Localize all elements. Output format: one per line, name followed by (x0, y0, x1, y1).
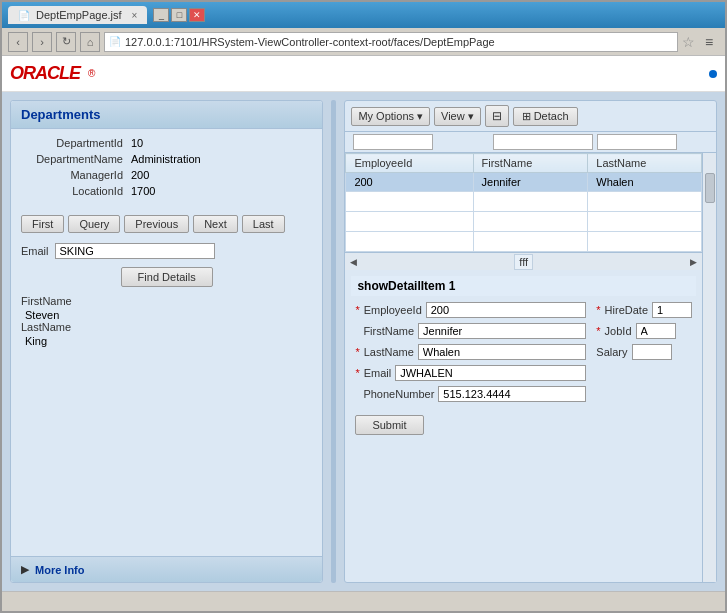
last-button[interactable]: Last (242, 215, 285, 233)
bookmark-star[interactable]: ☆ (682, 34, 695, 50)
right-scrollbar[interactable] (702, 153, 716, 582)
emp-id-detail-row: * EmployeeId (355, 302, 586, 318)
tab-close-button[interactable]: × (132, 10, 138, 21)
browser-tab[interactable]: 📄 DeptEmpPage.jsf × (8, 6, 147, 24)
firstname-detail-row: FirstName (355, 323, 586, 339)
dept-id-label: DepartmentId (21, 137, 131, 149)
job-id-detail-row: * JobId (596, 323, 692, 339)
home-button[interactable]: ⌂ (80, 32, 100, 52)
table-header-row: EmployeeId FirstName LastName (346, 154, 702, 173)
firstname-result-label: FirstName (21, 295, 312, 307)
scroll-thumb-label: fff (514, 254, 533, 270)
scrollbar-thumb[interactable] (705, 173, 715, 203)
browser-window: 📄 DeptEmpPage.jsf × _ □ ✕ ‹ › ↻ ⌂ 📄 127.… (0, 0, 727, 613)
hire-date-detail-input[interactable] (652, 302, 692, 318)
email-detail-label: Email (364, 367, 392, 379)
refresh-button[interactable]: ↻ (56, 32, 76, 52)
cell-first-name: Jennifer (473, 173, 588, 192)
lastname-detail-input[interactable] (418, 344, 587, 360)
close-button[interactable]: ✕ (189, 8, 205, 22)
table-toolbar: My Options ▾ View ▾ ⊟ ⊞ Detach (345, 101, 716, 132)
dept-name-label: DepartmentName (21, 153, 131, 165)
detail-header: showDetailItem 1 (351, 276, 696, 296)
resize-handle[interactable] (331, 100, 336, 583)
scroll-right-icon[interactable]: ▶ (687, 256, 700, 268)
address-text: 127.0.0.1:7101/HRSystem-ViewController-c… (125, 36, 673, 48)
filter-input-2[interactable] (493, 134, 593, 150)
location-id-row: LocationId 1700 (21, 185, 312, 197)
tab-icon: 📄 (18, 10, 30, 21)
nav-bar: ‹ › ↻ ⌂ 📄 127.0.0.1:7101/HRSystem-ViewCo… (2, 28, 725, 56)
filter-input-3[interactable] (597, 134, 677, 150)
email-detail-row: * Email (355, 365, 586, 381)
first-button[interactable]: First (21, 215, 64, 233)
salary-detail-input[interactable] (632, 344, 672, 360)
my-options-label: My Options (358, 110, 414, 122)
dept-name-value: Administration (131, 153, 201, 165)
my-options-dropdown[interactable]: My Options ▾ (351, 107, 430, 126)
email-row: Email (11, 239, 322, 263)
email-detail-input[interactable] (395, 365, 586, 381)
detail-form: * EmployeeId FirstName * (351, 302, 696, 407)
filter-input-1[interactable] (353, 134, 433, 150)
detail-left-col: * EmployeeId FirstName * (355, 302, 586, 407)
phone-detail-label: PhoneNumber (355, 388, 434, 400)
firstname-detail-input[interactable] (418, 323, 586, 339)
table-row[interactable]: 200 Jennifer Whalen (346, 173, 702, 192)
firstname-detail-label: FirstName (355, 325, 414, 337)
phone-detail-input[interactable] (438, 386, 586, 402)
employees-table-wrapper: EmployeeId FirstName LastName 200 Jennif… (345, 153, 702, 252)
dept-id-row: DepartmentId 10 (21, 137, 312, 149)
maximize-button[interactable]: □ (171, 8, 187, 22)
detach-label: Detach (534, 110, 569, 122)
forward-button[interactable]: › (32, 32, 52, 52)
minimize-button[interactable]: _ (153, 8, 169, 22)
query-button[interactable]: Query (68, 215, 120, 233)
col-last-name: LastName (588, 154, 702, 173)
more-info-arrow-icon: ▶ (21, 563, 29, 576)
right-panel-main: EmployeeId FirstName LastName 200 Jennif… (345, 153, 716, 582)
email-required-icon: * (355, 367, 359, 379)
oracle-registered: ® (88, 68, 95, 79)
address-bar[interactable]: 📄 127.0.0.1:7101/HRSystem-ViewController… (104, 32, 678, 52)
filter-row (345, 132, 716, 153)
job-id-detail-label: JobId (605, 325, 632, 337)
view-arrow-icon: ▾ (468, 110, 474, 123)
address-icon: 📄 (109, 36, 121, 47)
horizontal-scrollbar[interactable]: ◀ fff ▶ (345, 252, 702, 270)
view-dropdown[interactable]: View ▾ (434, 107, 481, 126)
more-info-bar[interactable]: ▶ More Info (11, 556, 322, 582)
edit-icon-button[interactable]: ⊟ (485, 105, 509, 127)
job-id-detail-input[interactable] (636, 323, 676, 339)
content-area: Departments DepartmentId 10 DepartmentNa… (2, 92, 725, 591)
location-id-value: 1700 (131, 185, 155, 197)
detach-button[interactable]: ⊞ Detach (513, 107, 578, 126)
dept-name-row: DepartmentName Administration (21, 153, 312, 165)
result-section: FirstName Steven LastName King (11, 291, 322, 351)
next-button[interactable]: Next (193, 215, 238, 233)
cell-employee-id: 200 (346, 173, 473, 192)
emp-id-detail-input[interactable] (426, 302, 587, 318)
scroll-left-icon[interactable]: ◀ (347, 256, 360, 268)
more-info-text: More Info (35, 564, 85, 576)
emp-id-detail-label: EmployeeId (364, 304, 422, 316)
lastname-detail-label: LastName (364, 346, 414, 358)
back-button[interactable]: ‹ (8, 32, 28, 52)
browser-menu-button[interactable]: ≡ (699, 32, 719, 52)
previous-button[interactable]: Previous (124, 215, 189, 233)
hire-date-required-icon: * (596, 304, 600, 316)
oracle-logo: ORACLE (10, 63, 80, 84)
submit-button[interactable]: Submit (355, 415, 423, 435)
phone-detail-row: PhoneNumber (355, 386, 586, 402)
manager-id-label: ManagerId (21, 169, 131, 181)
window-controls: _ □ ✕ (153, 8, 205, 22)
tab-title: DeptEmpPage.jsf (36, 9, 122, 21)
lastname-detail-row: * LastName (355, 344, 586, 360)
email-input[interactable] (55, 243, 215, 259)
edit-icon: ⊟ (492, 109, 502, 123)
oracle-bar: ORACLE ® (2, 56, 725, 92)
manager-id-row: ManagerId 200 (21, 169, 312, 181)
job-id-required-icon: * (596, 325, 600, 337)
find-details-button[interactable]: Find Details (121, 267, 213, 287)
salary-detail-row: Salary (596, 344, 692, 360)
